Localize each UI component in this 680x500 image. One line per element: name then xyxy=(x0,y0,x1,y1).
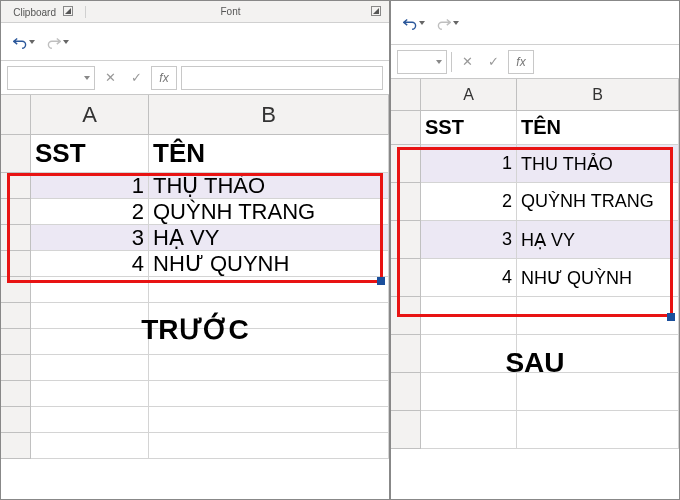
cell[interactable] xyxy=(517,297,679,335)
row-header[interactable] xyxy=(1,251,31,277)
row-header[interactable] xyxy=(391,111,421,145)
row-header[interactable] xyxy=(391,183,421,221)
column-header-b[interactable]: B xyxy=(517,79,679,110)
dialog-launcher-icon[interactable] xyxy=(371,6,381,16)
cancel-icon[interactable]: ✕ xyxy=(456,50,478,74)
cell[interactable]: THỤ THÀO xyxy=(149,173,389,199)
fill-handle-icon[interactable] xyxy=(667,313,675,321)
row-header[interactable] xyxy=(391,145,421,183)
cell[interactable]: QUỲNH TRANG xyxy=(149,199,389,225)
table-row: 3 HẠ VY xyxy=(391,221,679,259)
row-header[interactable] xyxy=(1,433,31,459)
chevron-down-icon[interactable] xyxy=(63,40,69,44)
ribbon: Clipboard Font xyxy=(1,1,389,23)
cell[interactable]: TÊN xyxy=(149,135,389,173)
cell[interactable] xyxy=(149,277,389,303)
cell[interactable]: 1 xyxy=(31,173,149,199)
cell[interactable] xyxy=(517,411,679,449)
undo-button[interactable] xyxy=(13,31,35,53)
enter-icon[interactable]: ✓ xyxy=(125,66,147,90)
name-box[interactable] xyxy=(7,66,95,90)
cell[interactable] xyxy=(421,411,517,449)
row-header[interactable] xyxy=(391,411,421,449)
table-row xyxy=(1,407,389,433)
cell[interactable] xyxy=(149,355,389,381)
chevron-down-icon[interactable] xyxy=(436,60,442,64)
column-header-a[interactable]: A xyxy=(31,95,149,134)
fill-handle-icon[interactable] xyxy=(377,277,385,285)
row-header[interactable] xyxy=(391,221,421,259)
table-row: SST TÊN xyxy=(1,135,389,173)
row-header[interactable] xyxy=(1,199,31,225)
cell[interactable] xyxy=(31,355,149,381)
row-header[interactable] xyxy=(1,225,31,251)
cell[interactable] xyxy=(31,433,149,459)
chevron-down-icon[interactable] xyxy=(29,40,35,44)
column-header-a[interactable]: A xyxy=(421,79,517,110)
table-row: SST TÊN xyxy=(391,111,679,145)
cell[interactable]: 4 xyxy=(421,259,517,297)
redo-button[interactable] xyxy=(437,12,459,34)
cancel-icon[interactable]: ✕ xyxy=(99,66,121,90)
cell[interactable]: 3 xyxy=(31,225,149,251)
row-header[interactable] xyxy=(391,297,421,335)
cell[interactable]: 3 xyxy=(421,221,517,259)
select-all-corner[interactable] xyxy=(1,95,31,134)
cell[interactable] xyxy=(31,381,149,407)
cell[interactable]: NHƯ QUỲNH xyxy=(517,259,679,297)
cell[interactable]: QUỲNH TRANG xyxy=(517,183,679,221)
ribbon-group-clipboard[interactable]: Clipboard xyxy=(1,6,86,18)
before-panel: Clipboard Font ✕ ✓ fx A B xyxy=(0,0,390,500)
cell[interactable] xyxy=(149,407,389,433)
column-header-b[interactable]: B xyxy=(149,95,389,134)
cell[interactable] xyxy=(31,407,149,433)
row-header[interactable] xyxy=(391,259,421,297)
cell[interactable] xyxy=(149,381,389,407)
table-row: 2 QUỲNH TRANG xyxy=(1,199,389,225)
quick-access-toolbar xyxy=(1,23,389,61)
row-header[interactable] xyxy=(1,381,31,407)
table-row xyxy=(391,411,679,449)
cell[interactable]: 1 xyxy=(421,145,517,183)
chevron-down-icon[interactable] xyxy=(419,21,425,25)
cell[interactable]: HẠ VY xyxy=(149,225,389,251)
cell[interactable]: 2 xyxy=(421,183,517,221)
chevron-down-icon[interactable] xyxy=(84,76,90,80)
cell[interactable] xyxy=(31,277,149,303)
fx-button[interactable]: fx xyxy=(508,50,534,74)
row-header[interactable] xyxy=(1,277,31,303)
redo-button[interactable] xyxy=(47,31,69,53)
cell[interactable] xyxy=(149,433,389,459)
cell[interactable] xyxy=(421,297,517,335)
table-row xyxy=(1,433,389,459)
row-header[interactable] xyxy=(1,135,31,173)
table-row: 4 NHƯ QUỲNH xyxy=(391,259,679,297)
table-row: 4 NHƯ QUYNH xyxy=(1,251,389,277)
spreadsheet-grid[interactable]: A B SST TÊN 1 THỤ THÀO 2 QUỲNH TRANG 3 xyxy=(1,95,389,499)
cell[interactable]: SST xyxy=(31,135,149,173)
column-headers: A B xyxy=(1,95,389,135)
cell[interactable]: TÊN xyxy=(517,111,679,145)
dialog-launcher-icon[interactable] xyxy=(63,6,73,16)
cell[interactable]: NHƯ QUYNH xyxy=(149,251,389,277)
cell[interactable]: SST xyxy=(421,111,517,145)
cell[interactable]: 4 xyxy=(31,251,149,277)
cell[interactable]: 2 xyxy=(31,199,149,225)
row-header[interactable] xyxy=(1,173,31,199)
table-row xyxy=(1,355,389,381)
fx-button[interactable]: fx xyxy=(151,66,177,90)
cell[interactable]: THU THẢO xyxy=(517,145,679,183)
table-row xyxy=(391,297,679,335)
row-header[interactable] xyxy=(1,407,31,433)
undo-button[interactable] xyxy=(403,12,425,34)
caption-before: TRƯỚC xyxy=(1,313,389,346)
spreadsheet-grid[interactable]: A B SST TÊN 1 THU THẢO 2 QUỲNH TRANG 3 xyxy=(391,79,679,499)
chevron-down-icon[interactable] xyxy=(453,21,459,25)
enter-icon[interactable]: ✓ xyxy=(482,50,504,74)
ribbon-group-font[interactable]: Font xyxy=(86,6,389,17)
formula-input[interactable] xyxy=(181,66,383,90)
cell[interactable]: HẠ VY xyxy=(517,221,679,259)
select-all-corner[interactable] xyxy=(391,79,421,110)
name-box[interactable] xyxy=(397,50,447,74)
row-header[interactable] xyxy=(1,355,31,381)
